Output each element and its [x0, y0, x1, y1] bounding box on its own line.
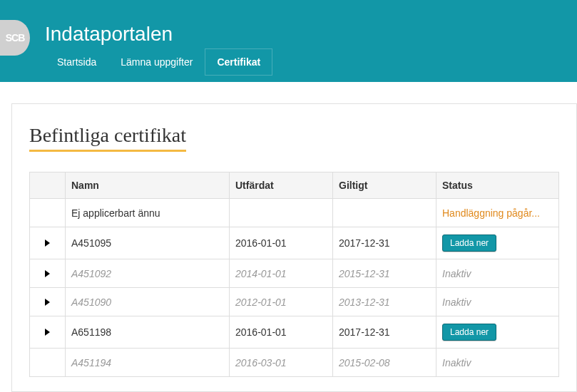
status-processing-text: Handläggning pågår...: [442, 207, 540, 219]
chevron-right-icon[interactable]: [45, 329, 50, 336]
download-button[interactable]: Ladda ner: [442, 234, 496, 252]
certificates-table: Namn Utfärdat Giltigt Status Ej applicer…: [29, 172, 559, 377]
chevron-right-icon[interactable]: [45, 299, 50, 306]
cert-valid-cell: 2015-02-08: [333, 349, 436, 377]
chevron-right-icon[interactable]: [45, 270, 50, 277]
cert-issued-cell: 2016-01-01: [230, 316, 333, 349]
table-row: A4510902012-01-012013-12-31Inaktiv: [30, 288, 559, 316]
nav-item-certifikat[interactable]: Certifikat: [205, 48, 272, 76]
expand-cell[interactable]: [30, 227, 66, 259]
expand-cell[interactable]: [30, 259, 66, 288]
cert-status-cell: Inaktiv: [436, 259, 559, 288]
cert-valid-cell: [333, 199, 436, 227]
table-row: A4510922014-01-012015-12-31Inaktiv: [30, 259, 559, 288]
content-area: Befintliga certifikat Namn Utfärdat Gilt…: [0, 82, 577, 392]
main-nav: StartsidaLämna uppgifterCertifikat: [45, 48, 272, 76]
cert-name-cell: A651198: [66, 316, 230, 349]
logo-text: SCB: [6, 32, 25, 43]
cert-name-cell: A451090: [66, 288, 230, 316]
expand-cell: [30, 199, 66, 227]
col-name-header: Namn: [66, 172, 230, 199]
cert-valid-cell: 2017-12-31: [333, 227, 436, 259]
cert-issued-cell: 2014-01-01: [230, 259, 333, 288]
cert-valid-cell: 2013-12-31: [333, 288, 436, 316]
cert-name-cell: Ej applicerbart ännu: [66, 199, 230, 227]
cert-status-cell: Inaktiv: [436, 349, 559, 377]
col-status-header: Status: [436, 172, 559, 199]
app-title: Indataportalen: [45, 23, 173, 46]
cert-issued-cell: 2016-03-01: [230, 349, 333, 377]
table-row: A6511982016-01-012017-12-31Ladda ner: [30, 316, 559, 349]
col-issued-header: Utfärdat: [230, 172, 333, 199]
table-row: Ej applicerbart ännuHandläggning pågår..…: [30, 199, 559, 227]
expand-cell[interactable]: [30, 316, 66, 349]
status-inactive-text: Inaktiv: [442, 296, 471, 308]
nav-item-lämna-uppgifter[interactable]: Lämna uppgifter: [108, 48, 205, 76]
cert-status-cell: Inaktiv: [436, 288, 559, 316]
cert-valid-cell: 2015-12-31: [333, 259, 436, 288]
app-header: SCB Indataportalen StartsidaLämna uppgif…: [0, 0, 577, 82]
col-expand-header: [30, 172, 66, 199]
nav-item-startsida[interactable]: Startsida: [45, 48, 108, 76]
cert-status-cell: Ladda ner: [436, 227, 559, 259]
col-valid-header: Giltigt: [333, 172, 436, 199]
download-button[interactable]: Ladda ner: [442, 324, 496, 341]
chevron-right-icon[interactable]: [45, 239, 50, 247]
certificates-panel: Befintliga certifikat Namn Utfärdat Gilt…: [11, 103, 577, 392]
expand-cell[interactable]: [30, 288, 66, 316]
cert-valid-cell: 2017-12-31: [333, 316, 436, 349]
cert-issued-cell: [230, 199, 333, 227]
cert-name-cell: A451092: [66, 259, 230, 288]
table-row: A4510952016-01-012017-12-31Ladda ner: [30, 227, 559, 259]
status-inactive-text: Inaktiv: [442, 357, 471, 368]
cert-issued-cell: 2012-01-01: [230, 288, 333, 316]
cert-name-cell: A451095: [66, 227, 230, 259]
panel-title: Befintliga certifikat: [29, 124, 186, 152]
cert-status-cell: Handläggning pågår...: [436, 199, 559, 227]
cert-issued-cell: 2016-01-01: [230, 227, 333, 259]
expand-cell: [30, 349, 66, 377]
table-row: A4511942016-03-012015-02-08Inaktiv: [30, 349, 559, 377]
table-header-row: Namn Utfärdat Giltigt Status: [30, 172, 559, 199]
scb-logo: SCB: [0, 20, 30, 56]
cert-status-cell: Ladda ner: [436, 316, 559, 349]
status-inactive-text: Inaktiv: [442, 268, 471, 279]
cert-name-cell: A451194: [66, 349, 230, 377]
